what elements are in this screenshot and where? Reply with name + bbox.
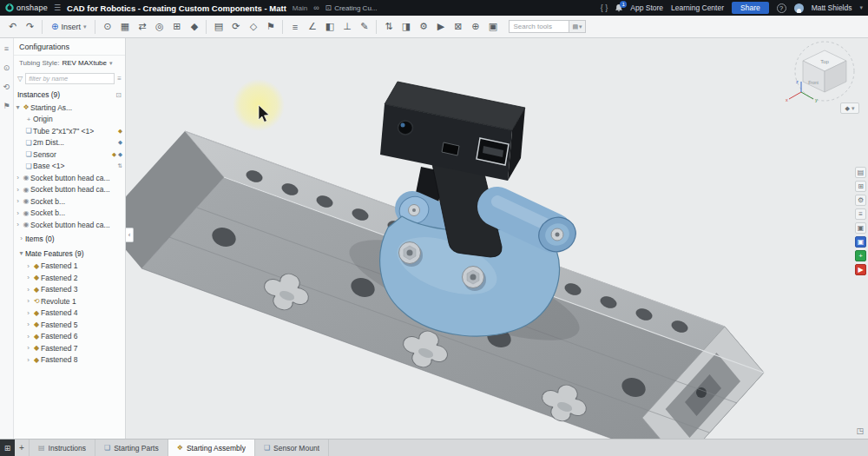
tab-starting-assembly[interactable]: ❖ Starting Assembly	[168, 439, 255, 456]
group-tool[interactable]: ▦	[116, 18, 133, 35]
chevron-down-icon[interactable]: ▾	[14, 103, 22, 111]
onshape-logo[interactable]: onshape	[5, 3, 48, 12]
interference-tool[interactable]: ⊠	[450, 18, 466, 35]
share-button[interactable]: Share	[732, 2, 769, 14]
funnel-icon[interactable]: ▽	[17, 75, 23, 83]
branch-label[interactable]: Main	[293, 4, 307, 12]
linear-pattern-tool[interactable]: ▤	[210, 18, 227, 35]
bom-panel-icon[interactable]: ▤	[855, 167, 866, 178]
chevron-right-icon[interactable]: ›	[24, 356, 32, 364]
center-of-mass-tool[interactable]: ⊕	[467, 18, 483, 35]
chevron-right-icon[interactable]: ›	[24, 274, 32, 281]
view-cube[interactable]: Top Front x y z	[786, 42, 854, 102]
chevron-right-icon[interactable]: ›	[14, 221, 22, 228]
fullscreen-icon[interactable]: ◳	[856, 426, 864, 435]
instance-row-sensor[interactable]: ❏ Sensor ◆ ◆	[14, 149, 125, 161]
bom-tool[interactable]: ≡	[286, 18, 303, 35]
chevron-right-icon[interactable]: ›	[14, 197, 22, 205]
add-tab-button[interactable]: +	[15, 439, 30, 456]
animate-tool[interactable]: ▶	[432, 18, 449, 35]
hide-tool[interactable]: ◨	[398, 18, 414, 35]
mate-row[interactable]: › ◆ Fastened 6	[14, 331, 125, 343]
instance-row-origin[interactable]: + Origin	[14, 114, 125, 126]
section-panel-icon[interactable]: ▣	[855, 222, 866, 234]
tab-manager-button[interactable]: ⊞	[0, 439, 15, 456]
extension-green-icon[interactable]: +	[855, 250, 866, 261]
dev-code-icon[interactable]: { }	[601, 3, 608, 12]
versions-icon[interactable]: ≡	[4, 44, 9, 53]
mate-row[interactable]: › ◆ Fastened 8	[14, 354, 125, 367]
filter-by-name-input[interactable]	[25, 73, 115, 84]
chevron-right-icon[interactable]: ›	[24, 297, 32, 305]
circular-pattern-tool[interactable]: ⟳	[227, 18, 244, 35]
tab-starting-parts[interactable]: ❏ Starting Parts	[95, 439, 168, 456]
notifications-button[interactable]: 1	[615, 4, 622, 12]
instance-row-base[interactable]: ❏ Base <1> ⇅	[14, 161, 125, 173]
user-menu-caret-icon[interactable]: ▾	[859, 4, 863, 11]
chevron-right-icon[interactable]: ›	[24, 286, 32, 294]
transform-tool[interactable]: ⇅	[380, 18, 397, 35]
instance-row-tube[interactable]: ❏ Tube 2"x1"x7" <1> ◆	[14, 125, 125, 137]
insert-button[interactable]: ⊕ Insert ▾	[46, 20, 91, 33]
tubing-style-dropdown[interactable]: REV MAXtube	[62, 59, 107, 67]
instance-row-socket-screw[interactable]: › ◉ Socket button head ca...	[14, 219, 125, 231]
3d-viewport[interactable]: Top Front x y z ▤ ⊞ ⚙ ≡ ▣ ▣ + ▶	[126, 38, 868, 439]
search-tools-input[interactable]	[509, 20, 569, 33]
insert-instance-icon[interactable]: ⊡	[115, 91, 122, 99]
section-view-tool[interactable]: ◧	[321, 18, 338, 35]
appearance-tool[interactable]: ⚙	[415, 18, 431, 35]
named-positions-tool[interactable]: ⚑	[262, 18, 279, 35]
mate-features-header[interactable]: ▾ Mate Features (9)	[14, 246, 125, 261]
configuration-panel-icon[interactable]: ⊞	[855, 181, 866, 192]
learning-center-link[interactable]: Learning Center	[671, 3, 724, 12]
link-icon[interactable]: ∞	[313, 3, 319, 12]
redo-button[interactable]: ↷	[22, 18, 38, 35]
tubing-style-caret-icon[interactable]: ▾	[109, 60, 113, 67]
instance-row-socket-screw[interactable]: › ◉ Socket button head ca...	[14, 172, 125, 184]
sketch-tool[interactable]: ✎	[356, 18, 372, 35]
measure-tool[interactable]: ∠	[304, 18, 320, 35]
search-filter-button[interactable]: ▤ ▾	[569, 20, 585, 33]
items-header[interactable]: › Items (0)	[14, 231, 125, 246]
fastened-tool[interactable]: ◆	[186, 18, 202, 35]
sidebar-collapse-handle[interactable]: ‹	[126, 228, 134, 242]
chevron-right-icon[interactable]: ›	[24, 262, 32, 270]
chevron-right-icon[interactable]: ›	[14, 209, 22, 217]
plane-tool[interactable]: ⊥	[339, 18, 355, 35]
user-avatar[interactable]	[794, 3, 804, 13]
follow-mode-icon[interactable]: ⚑	[3, 102, 10, 110]
list-view-icon[interactable]: ≡	[117, 75, 122, 83]
instance-row-starting-assembly[interactable]: ▾ ❖ Starting As...	[14, 102, 125, 114]
feature-list-panel-icon[interactable]: ≡	[855, 208, 866, 220]
explode-tool[interactable]: ◇	[245, 18, 261, 35]
mate-row[interactable]: › ◆ Fastened 2	[14, 272, 125, 284]
view-orientation-button[interactable]: ◆ ▾	[840, 102, 859, 114]
instance-row-socket-screw[interactable]: › ◉ Socket b...	[14, 195, 125, 208]
help-button[interactable]: ?	[777, 3, 786, 13]
chevron-right-icon[interactable]: ›	[14, 186, 22, 194]
mate-row[interactable]: › ◆ Fastened 7	[14, 342, 125, 354]
chevron-right-icon[interactable]: ›	[24, 309, 32, 317]
mate-row[interactable]: › ◆ Fastened 5	[14, 319, 125, 331]
snapshot-tool[interactable]: ◎	[151, 18, 168, 35]
mate-tool[interactable]: ⊙	[99, 18, 115, 35]
app-store-link[interactable]: App Store	[630, 3, 663, 12]
display-options-tool[interactable]: ▣	[484, 18, 501, 35]
replicate-tool[interactable]: ⊞	[168, 18, 185, 35]
user-name[interactable]: Matt Shields	[812, 3, 852, 12]
comments-icon[interactable]: ⊙	[3, 63, 10, 72]
extension-video-icon[interactable]: ▶	[855, 264, 866, 275]
relation-tool[interactable]: ⇄	[134, 18, 150, 35]
undo-button[interactable]: ↶	[4, 18, 21, 35]
mate-row[interactable]: › ⟲ Revolute 1	[14, 295, 125, 307]
tab-sensor-mount[interactable]: ❏ Sensor Mount	[255, 439, 329, 456]
instance-row-socket-screw[interactable]: › ◉ Socket b...	[14, 208, 125, 220]
tab-instructions[interactable]: ▤ Instructions	[30, 439, 95, 456]
chevron-right-icon[interactable]: ›	[24, 321, 32, 328]
appearance-panel-icon[interactable]: ⚙	[855, 195, 866, 206]
instance-row-distance-sensor[interactable]: ❏ 2m Dist... ◆	[14, 137, 125, 149]
chevron-right-icon[interactable]: ›	[14, 174, 22, 182]
chevron-right-icon[interactable]: ›	[24, 344, 32, 352]
extension-blue-icon[interactable]: ▣	[855, 236, 866, 248]
document-tab[interactable]: ⊡ Creating Cu...	[326, 3, 378, 12]
